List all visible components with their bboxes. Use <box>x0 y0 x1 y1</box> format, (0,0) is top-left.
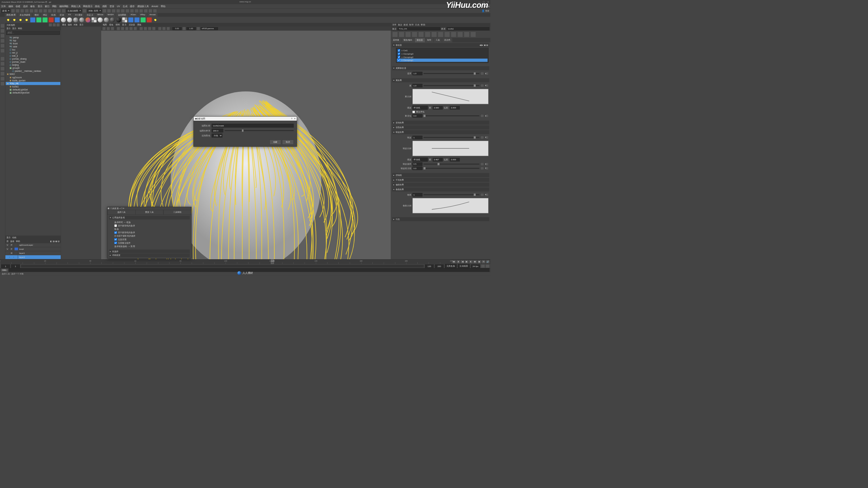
rotate-tool-icon[interactable] <box>0 44 4 48</box>
symmetry-combo[interactable]: 对称: 禁用 <box>87 9 102 13</box>
range-end[interactable]: 120 <box>425 264 434 268</box>
statusline-btn[interactable] <box>39 9 42 13</box>
xg-tool-icon[interactable] <box>425 32 430 37</box>
shelf-tab[interactable]: 绑定 <box>41 13 49 17</box>
no-surface-combo[interactable]: 无激活曲面 <box>66 9 82 13</box>
range-outer-end[interactable]: 200 <box>435 264 444 268</box>
vp-menu[interactable]: 显示 <box>122 23 126 26</box>
outliner-item[interactable]: pasted__meimao_cankao <box>6 70 60 73</box>
statusline-btn[interactable] <box>83 9 86 13</box>
statusline-btn[interactable] <box>125 9 129 13</box>
shelf-tab[interactable]: 多边形建模 <box>18 13 32 17</box>
vp-tb-btn[interactable] <box>158 27 161 30</box>
outliner-item[interactable]: top <box>6 39 60 42</box>
char-set-combo[interactable]: 无角色集 <box>445 264 457 268</box>
time-slider[interactable]: 020406080100120140160180200120 ⏮ ⏴ ◀ ▶ ⏵… <box>0 259 490 264</box>
modifier-item[interactable]: ⌂ Clumping3 <box>397 52 488 56</box>
close-icon[interactable]: ✕ <box>123 207 124 209</box>
layer-opt[interactable]: 帮助 <box>16 240 20 243</box>
move-tool-icon[interactable] <box>0 39 4 43</box>
xg-tab[interactable]: 修改器 <box>415 38 425 42</box>
xg-sec-cut[interactable]: 切割效果 <box>392 125 489 129</box>
vp-tb-btn[interactable] <box>121 27 124 30</box>
shelf-icon[interactable] <box>141 17 146 22</box>
map-name-input[interactable] <box>212 124 294 127</box>
shelf-icon[interactable] <box>73 17 78 22</box>
statusline-btn[interactable] <box>43 9 47 13</box>
shelf-icon[interactable] <box>42 17 47 22</box>
outliner-item[interactable]: TOU_FA <box>6 82 60 85</box>
xg-sec-clumpmod[interactable]: 成束修改器 <box>392 66 489 70</box>
modifier-item[interactable]: ⌂ Clumping2 <box>397 55 488 59</box>
menu-item[interactable]: 选择 <box>23 5 28 8</box>
slider[interactable] <box>423 164 479 164</box>
ramp-widget[interactable] <box>412 89 488 104</box>
vp-tb-btn[interactable] <box>144 27 147 30</box>
fps-combo[interactable]: 24 fps <box>471 264 480 268</box>
xg-sec-modifiers[interactable]: 修改器◀ ▶ ▣ ▤ <box>392 43 489 47</box>
start-color-combo[interactable]: 白色 <box>212 134 222 137</box>
xg-clump-input[interactable] <box>412 84 422 87</box>
vp-tb-btn[interactable] <box>117 27 120 30</box>
lasso-tool-icon[interactable] <box>0 29 4 33</box>
xg-menu[interactable]: 制导 <box>409 23 413 26</box>
var-input[interactable] <box>412 114 422 118</box>
ramp-widget[interactable] <box>412 198 488 213</box>
shelf-tab[interactable]: 曲线/曲面 <box>5 13 18 17</box>
slider[interactable] <box>423 116 479 116</box>
shelf-tab[interactable]: VRay <box>138 13 147 17</box>
shelf-icon[interactable] <box>135 17 140 22</box>
shelf-tab[interactable]: MASH <box>106 13 116 17</box>
vp-tb-btn[interactable] <box>197 27 200 30</box>
xg-desc-combo[interactable]: toufa1 <box>447 27 489 30</box>
create-button[interactable]: 创建 <box>270 140 281 144</box>
layer-opt[interactable]: 层 <box>6 240 8 243</box>
chk[interactable] <box>114 238 117 241</box>
outliner-item[interactable]: yumao_shang <box>6 58 60 61</box>
shelf-tab[interactable]: Bifrost <box>96 13 105 17</box>
outliner-item[interactable]: defaultLightSet <box>6 88 60 91</box>
menu-item[interactable]: 网格工具 <box>71 5 80 8</box>
outliner-item[interactable]: beijing <box>6 64 60 67</box>
statusline-btn[interactable] <box>34 9 38 13</box>
outliner-item[interactable]: persp <box>6 36 60 39</box>
shelf-tab[interactable]: FX 缓存 <box>73 13 84 17</box>
layout-icon[interactable] <box>0 67 4 71</box>
curve-mode-combo[interactable]: 样条线 <box>412 158 428 162</box>
goto-end-icon[interactable]: ⏭ <box>473 260 477 263</box>
vp-tb-btn[interactable] <box>125 27 129 30</box>
curve-val[interactable] <box>433 158 442 161</box>
menu-item[interactable]: 变形 <box>110 5 114 8</box>
workspace-combo[interactable]: 建模 <box>1 9 10 13</box>
shelf-icon[interactable] <box>18 17 23 22</box>
slider[interactable] <box>423 85 479 86</box>
expr-btn[interactable] <box>480 193 484 196</box>
range-outer-start[interactable]: 1 <box>1 264 10 268</box>
layout-icon[interactable] <box>0 62 4 66</box>
noisefreq-input[interactable] <box>412 162 422 166</box>
outliner-item[interactable]: xgGroom <box>6 76 60 79</box>
xg-sec-offset[interactable]: 偏移效果 <box>392 183 489 187</box>
curve-val[interactable] <box>433 106 442 109</box>
statusline-btn[interactable] <box>48 9 52 13</box>
menu-item[interactable]: 编辑网格 <box>59 5 68 8</box>
cb-menu[interactable]: 通道 <box>62 23 66 26</box>
statusline-btn[interactable] <box>102 9 106 13</box>
shelf-tab[interactable]: 雕刻 <box>33 13 41 17</box>
range-slider[interactable]: 1 1 120 200 无角色集 无动画层 24 fps <box>0 264 490 268</box>
xg-tool-icon[interactable] <box>419 32 424 37</box>
vp-menu[interactable]: 照明 <box>116 23 120 26</box>
xg-menu[interactable]: 帮助 <box>421 23 425 26</box>
outliner-item[interactable]: front <box>6 42 60 45</box>
layout-icon[interactable] <box>0 72 4 76</box>
menu-item[interactable]: 文件 <box>1 5 6 8</box>
outliner-item[interactable]: MAO <box>6 73 60 76</box>
xg-tab[interactable]: 制导 <box>425 38 433 42</box>
vp-tb-btn[interactable] <box>111 27 114 30</box>
outliner-tree[interactable]: persptopfrontsidetounei_jiwai_jiyumao_sh… <box>5 35 61 236</box>
shelf-icon[interactable] <box>116 17 121 22</box>
xg-sec-noise[interactable]: 噪波效果 <box>392 130 489 134</box>
cb-menu[interactable]: 对象 <box>74 23 78 26</box>
outliner-menu[interactable]: 显示 <box>12 27 16 30</box>
shelf-tab[interactable]: 运动图形 <box>116 13 128 17</box>
